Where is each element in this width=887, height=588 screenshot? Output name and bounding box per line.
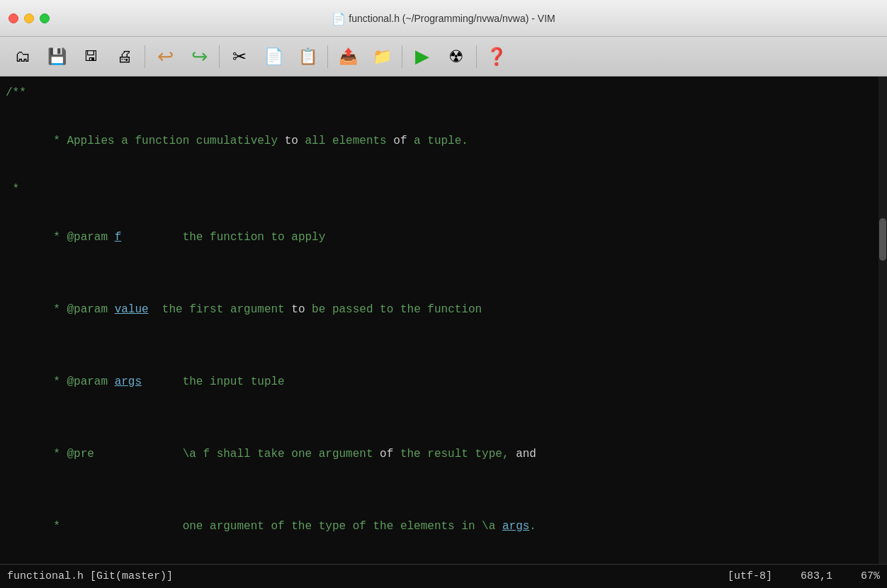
code-line-6: * @param args the input tuple [6, 346, 878, 418]
toolbar-sep-3 [327, 45, 328, 68]
burn-button[interactable]: ☢ [441, 41, 472, 72]
save-button[interactable]: 💾 [41, 41, 72, 72]
maximize-button[interactable] [40, 13, 50, 23]
print-button[interactable]: 🖨 [109, 41, 140, 72]
status-filename: functional.h [Git(master)] [7, 570, 173, 582]
code-line-4: * @param f the function to apply [6, 201, 878, 273]
toolbar-sep-2 [219, 45, 220, 68]
upload-button[interactable]: 📤 [332, 41, 363, 72]
close-button[interactable] [9, 13, 18, 23]
window-title: 📄 functional.h (~/Programming/nvwa/nvwa)… [332, 12, 555, 25]
scrollbar-thumb[interactable] [879, 218, 886, 261]
new-file-button[interactable]: 🗂 [7, 41, 38, 72]
code-line-5: * @param value the first argument to be … [6, 273, 878, 346]
status-bar: functional.h [Git(master)] [utf-8] 683,1… [0, 564, 887, 588]
code-line-7: * @pre \a f shall take one argument of t… [6, 418, 878, 490]
toolbar-sep-1 [145, 45, 145, 68]
toolbar: 🗂 💾 🖫 🖨 ↩ ↪ ✂ 📄 📋 📤 📁 ▶ ☢ ❓ [0, 37, 887, 77]
minimize-button[interactable] [24, 13, 34, 23]
toolbar-sep-5 [476, 45, 477, 68]
status-percent: 67% [861, 570, 880, 582]
code-line-3: * [6, 177, 878, 201]
status-position: 683,1 [801, 570, 832, 582]
save-as-button[interactable]: 🖫 [75, 41, 106, 72]
code-line-8: * one argument of the type of the elemen… [6, 490, 878, 562]
file-icon: 📄 [332, 12, 344, 25]
copy-button[interactable]: 📄 [258, 41, 289, 72]
status-right: [utf-8] 683,1 67% [728, 570, 880, 582]
title-bar: 📄 functional.h (~/Programming/nvwa/nvwa)… [0, 0, 887, 37]
code-line-9: */ [6, 562, 878, 564]
editor-container: /** * Applies a function cumulatively to… [0, 77, 887, 564]
undo-button[interactable]: ↩ [149, 41, 181, 72]
editor-content[interactable]: /** * Applies a function cumulatively to… [0, 77, 878, 564]
cut-button[interactable]: ✂ [224, 41, 255, 72]
redo-button[interactable]: ↪ [183, 41, 215, 72]
help-button[interactable]: ❓ [481, 41, 512, 72]
code-line-2: * Applies a function cumulatively to all… [6, 105, 878, 177]
status-encoding: [utf-8] [728, 570, 772, 582]
paste-button[interactable]: 📋 [292, 41, 323, 72]
toolbar-sep-4 [402, 45, 402, 68]
run-button[interactable]: ▶ [407, 41, 438, 72]
new-folder-button[interactable]: 📁 [366, 41, 397, 72]
scrollbar[interactable] [878, 77, 887, 564]
window-controls[interactable] [9, 13, 50, 23]
code-line-1: /** [6, 81, 878, 105]
